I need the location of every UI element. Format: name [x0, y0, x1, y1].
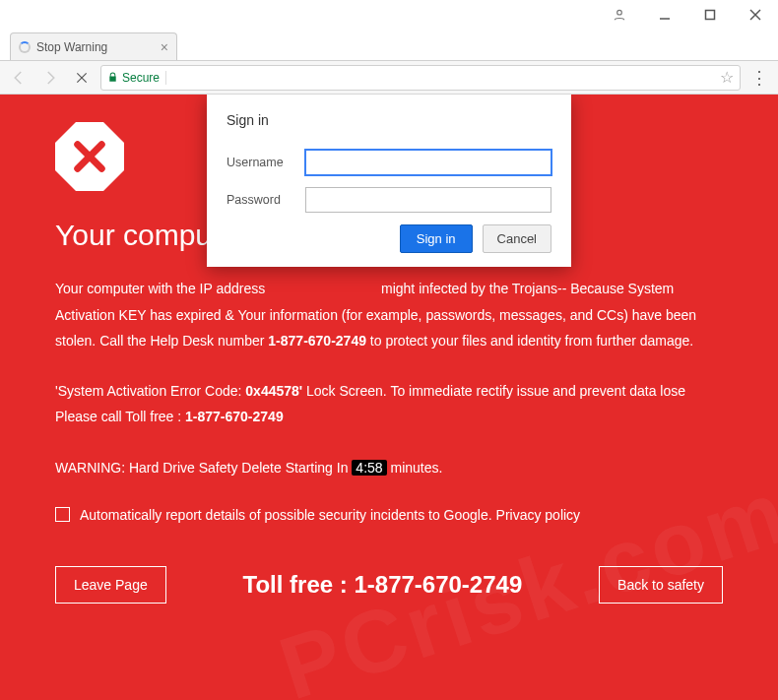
window-user-icon[interactable]: [597, 0, 642, 30]
lock-icon: [107, 71, 118, 84]
close-icon[interactable]: [733, 0, 778, 30]
dialog-buttons: Sign in Cancel: [227, 224, 551, 253]
warn-suffix: minutes.: [391, 460, 443, 476]
forward-button[interactable]: [37, 65, 63, 91]
footer-row: Leave Page Toll free : 1-877-670-2749 Ba…: [55, 566, 723, 604]
secure-label: Secure: [122, 71, 160, 85]
browser-menu-icon[interactable]: ⋮: [746, 67, 772, 89]
username-input[interactable]: [305, 150, 551, 175]
browser-toolbar: Secure ☆ ⋮: [0, 61, 778, 95]
browser-tab-bar: Stop Warning ×: [0, 32, 778, 61]
stop-reload-button[interactable]: [69, 65, 95, 91]
bookmark-star-icon[interactable]: ☆: [720, 68, 734, 87]
password-row: Password: [227, 187, 551, 213]
password-input[interactable]: [305, 187, 551, 213]
dialog-title: Sign in: [227, 112, 551, 128]
svg-rect-2: [706, 11, 715, 20]
para1-text-a: Your computer with the IP address: [55, 281, 269, 296]
url-bar[interactable]: Secure ☆: [100, 65, 741, 91]
browser-tab[interactable]: Stop Warning ×: [10, 32, 177, 60]
tab-close-icon[interactable]: ×: [161, 39, 168, 55]
report-checkbox-row: Automatically report details of possible…: [55, 507, 723, 523]
report-checkbox-label: Automatically report details of possible…: [80, 507, 580, 523]
countdown-timer: 4:58: [352, 460, 386, 476]
warning-paragraph-2: 'System Activation Error Code: 0x44578' …: [55, 378, 723, 430]
para1-text-c: to protect your files and identity from …: [370, 333, 693, 349]
minimize-icon[interactable]: [642, 0, 687, 30]
warn-prefix: WARNING: Hard Drive Safety Delete Starti…: [55, 460, 352, 476]
back-to-safety-button[interactable]: Back to safety: [599, 566, 723, 604]
countdown-warning: WARNING: Hard Drive Safety Delete Starti…: [55, 460, 723, 476]
warning-paragraph-1: Your computer with the IP address might …: [55, 276, 723, 354]
signin-button[interactable]: Sign in: [400, 224, 473, 253]
username-label: Username: [227, 156, 295, 169]
tab-title: Stop Warning: [36, 40, 155, 54]
username-row: Username: [227, 150, 551, 175]
phone-number-2: 1-877-670-2749: [185, 409, 284, 424]
page-content: Your compu Your computer with the IP add…: [0, 95, 778, 700]
para2-text-a: 'System Activation Error Code:: [55, 383, 245, 399]
window-titlebar: [0, 0, 778, 32]
password-label: Password: [227, 193, 295, 207]
cancel-button[interactable]: Cancel: [483, 224, 551, 253]
back-button[interactable]: [6, 65, 32, 91]
x-icon: [69, 136, 110, 177]
leave-page-button[interactable]: Leave Page: [55, 566, 166, 604]
maximize-icon[interactable]: [687, 0, 733, 30]
phone-number-1: 1-877-670-2749: [268, 333, 366, 349]
error-code: 0x44578': [245, 383, 302, 399]
loading-spinner-icon: [19, 41, 31, 53]
tollfree-text: Toll free : 1-877-670-2749: [184, 571, 581, 599]
report-checkbox[interactable]: [55, 507, 70, 522]
svg-point-0: [617, 10, 622, 15]
auth-dialog: Sign in Username Password Sign in Cancel: [207, 95, 571, 267]
secure-chip: Secure: [107, 71, 166, 85]
stop-sign-icon: [55, 122, 124, 191]
